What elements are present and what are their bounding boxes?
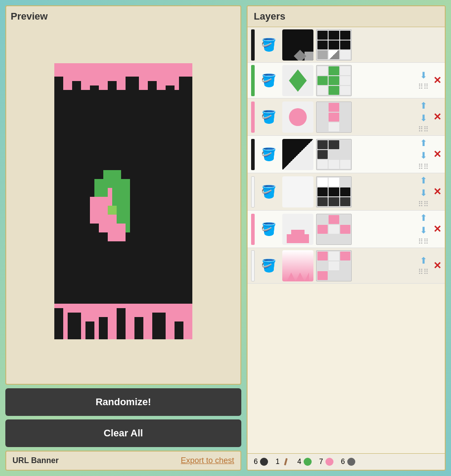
layer-stripe <box>251 139 255 170</box>
layer-row: 🪣 ⬆ ⬇ ⠿⠿ ✕ <box>248 136 445 173</box>
grid-cell <box>317 66 328 75</box>
layer-controls: ⬇ ⠿⠿ <box>418 70 429 91</box>
layer-grid <box>316 250 352 281</box>
drag-handle[interactable]: ⠿⠿ <box>418 125 429 134</box>
svg-rect-25 <box>108 224 126 241</box>
grid-cell <box>340 225 350 234</box>
svg-rect-33 <box>284 458 288 465</box>
grid-cell <box>317 271 328 280</box>
layers-title: Layers <box>248 6 445 27</box>
delete-layer-button[interactable]: ✕ <box>433 186 441 198</box>
layer-controls: ⬆ ⠿⠿ <box>418 255 429 276</box>
move-up-button[interactable]: ⬆ <box>420 175 427 186</box>
grid-cell <box>317 197 328 206</box>
layer-grid <box>316 176 352 207</box>
svg-rect-7 <box>148 81 157 90</box>
grid-cell <box>317 261 328 270</box>
svg-rect-16 <box>134 317 143 339</box>
export-to-chest-link[interactable]: Export to chest <box>181 456 234 465</box>
move-down-button[interactable]: ⬇ <box>420 150 427 161</box>
grid-cell <box>329 178 339 187</box>
delete-layer-button[interactable]: ✕ <box>433 111 441 123</box>
layer-row: 🪣 ⬆ ⬇ <box>248 173 445 211</box>
grid-cell <box>340 235 350 244</box>
move-down-button[interactable]: ⬇ <box>420 113 427 123</box>
svg-rect-18 <box>175 321 183 339</box>
grid-cell <box>317 41 328 49</box>
svg-rect-11 <box>54 308 63 339</box>
right-panel: Layers 🪣 <box>247 5 446 471</box>
layer-pattern <box>282 250 313 281</box>
delete-layer-button[interactable]: ✕ <box>433 260 441 272</box>
svg-rect-8 <box>166 85 175 90</box>
material-green-count: 4 <box>297 457 312 466</box>
svg-point-32 <box>260 458 268 466</box>
move-up-button[interactable]: ⬆ <box>420 138 427 148</box>
delete-layer-button[interactable]: ✕ <box>433 75 441 86</box>
move-down-button[interactable]: ⬇ <box>420 70 427 81</box>
layer-pattern <box>282 65 313 96</box>
grid-cell <box>317 178 328 187</box>
grid-cell <box>340 215 350 224</box>
grid-cell <box>340 50 350 59</box>
svg-rect-6 <box>126 77 139 90</box>
layer-pattern <box>282 139 313 170</box>
url-bar: URL Banner Export to chest <box>5 451 241 471</box>
grid-cell <box>329 261 339 270</box>
grid-cell <box>317 113 328 122</box>
grid-cell <box>340 150 350 159</box>
drag-handle[interactable]: ⠿⠿ <box>418 268 429 276</box>
move-up-button[interactable]: ⬆ <box>420 255 427 266</box>
layer-grid <box>316 65 352 96</box>
grid-cell <box>329 113 339 122</box>
svg-marker-31 <box>287 273 309 281</box>
grid-cell <box>329 66 339 75</box>
pink-dye-icon <box>325 457 334 466</box>
svg-rect-2 <box>54 77 63 90</box>
black-dye-icon <box>260 457 268 466</box>
svg-rect-9 <box>179 77 192 90</box>
layer-stripe <box>251 176 255 207</box>
grid-cell <box>340 103 350 112</box>
svg-point-34 <box>304 458 312 466</box>
svg-rect-17 <box>152 313 166 339</box>
grid-cell <box>329 225 339 234</box>
stick-icon <box>281 457 290 466</box>
grid-cell <box>329 235 339 244</box>
move-up-button[interactable]: ⬆ <box>420 100 427 111</box>
drag-handle[interactable]: ⠿⠿ <box>418 237 429 246</box>
delete-layer-button[interactable]: ✕ <box>433 224 441 235</box>
grid-cell <box>317 187 328 196</box>
layer-controls: ⬆ ⬇ ⠿⠿ <box>418 138 429 171</box>
grid-cell <box>329 187 339 196</box>
svg-rect-26 <box>108 206 117 215</box>
url-banner-label: URL Banner <box>12 456 59 465</box>
drag-handle[interactable]: ⠿⠿ <box>418 163 429 171</box>
circle-svg <box>287 104 309 130</box>
grid-cell <box>329 215 339 224</box>
mat-count: 4 <box>297 458 301 466</box>
layer-stripe <box>251 65 255 96</box>
layer-stripe <box>251 29 255 61</box>
drag-handle[interactable]: ⠿⠿ <box>418 82 429 91</box>
gray-dye-icon <box>347 457 356 466</box>
move-up-button[interactable]: ⬆ <box>420 212 427 223</box>
clear-all-button[interactable]: Clear All <box>5 419 241 447</box>
move-down-button[interactable]: ⬇ <box>420 225 427 236</box>
move-down-button[interactable]: ⬇ <box>420 187 427 198</box>
drag-handle[interactable]: ⠿⠿ <box>418 200 429 208</box>
layer-grid <box>316 102 352 133</box>
grid-cell <box>317 225 328 234</box>
layer-grid <box>316 139 352 170</box>
mat-count: 1 <box>276 458 280 466</box>
delete-layer-button[interactable]: ✕ <box>433 149 441 160</box>
svg-rect-13 <box>85 321 94 339</box>
grid-cell <box>317 50 328 59</box>
randomize-button[interactable]: Randomize! <box>5 388 241 416</box>
grid-cell <box>340 261 350 270</box>
grid-cell <box>329 31 339 40</box>
svg-rect-15 <box>117 308 126 339</box>
material-stick-count: 1 <box>276 457 290 466</box>
layer-pattern <box>282 102 313 133</box>
grid-cell <box>317 150 328 159</box>
